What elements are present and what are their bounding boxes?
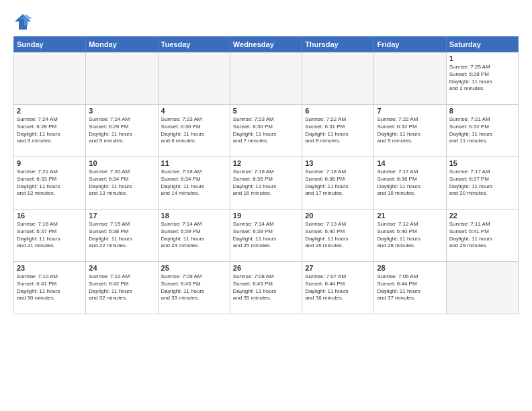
- day-cell: 5Sunrise: 7:23 AM Sunset: 6:30 PM Daylig…: [230, 105, 302, 157]
- day-cell: [14, 52, 86, 105]
- day-number: 2: [17, 107, 83, 115]
- day-cell: 8Sunrise: 7:21 AM Sunset: 6:32 PM Daylig…: [446, 105, 518, 157]
- day-number: 8: [449, 107, 515, 115]
- day-cell: 27Sunrise: 7:07 AM Sunset: 6:44 PM Dayli…: [302, 262, 374, 314]
- weekday-header-tuesday: Tuesday: [158, 37, 230, 52]
- day-cell: [86, 52, 158, 105]
- day-info: Sunrise: 7:21 AM Sunset: 6:33 PM Dayligh…: [17, 169, 83, 197]
- calendar-page: SundayMondayTuesdayWednesdayThursdayFrid…: [0, 0, 532, 411]
- day-number: 7: [377, 107, 443, 115]
- day-number: 5: [233, 107, 299, 115]
- day-info: Sunrise: 7:23 AM Sunset: 6:30 PM Dayligh…: [161, 116, 227, 145]
- day-info: Sunrise: 7:09 AM Sunset: 6:43 PM Dayligh…: [161, 273, 227, 302]
- day-cell: 15Sunrise: 7:17 AM Sunset: 6:37 PM Dayli…: [446, 157, 518, 210]
- day-cell: 1Sunrise: 7:25 AM Sunset: 6:28 PM Daylig…: [446, 52, 518, 105]
- day-cell: [446, 262, 518, 314]
- day-info: Sunrise: 7:23 AM Sunset: 6:30 PM Dayligh…: [233, 116, 299, 145]
- day-info: Sunrise: 7:22 AM Sunset: 6:31 PM Dayligh…: [305, 116, 371, 145]
- day-cell: 28Sunrise: 7:06 AM Sunset: 6:44 PM Dayli…: [374, 262, 446, 314]
- day-number: 24: [89, 264, 154, 272]
- day-cell: 12Sunrise: 7:19 AM Sunset: 6:35 PM Dayli…: [230, 157, 302, 210]
- day-number: 28: [377, 264, 443, 272]
- day-number: 16: [17, 212, 83, 220]
- day-info: Sunrise: 7:12 AM Sunset: 6:40 PM Dayligh…: [377, 221, 443, 250]
- day-cell: 25Sunrise: 7:09 AM Sunset: 6:43 PM Dayli…: [158, 262, 230, 314]
- day-cell: 14Sunrise: 7:17 AM Sunset: 6:36 PM Dayli…: [374, 157, 446, 210]
- day-cell: 24Sunrise: 7:10 AM Sunset: 6:42 PM Dayli…: [86, 262, 158, 314]
- day-info: Sunrise: 7:25 AM Sunset: 6:28 PM Dayligh…: [449, 64, 515, 93]
- day-number: 12: [233, 159, 299, 167]
- week-row-3: 9Sunrise: 7:21 AM Sunset: 6:33 PM Daylig…: [14, 157, 519, 210]
- day-info: Sunrise: 7:07 AM Sunset: 6:44 PM Dayligh…: [305, 273, 371, 302]
- day-number: 23: [17, 264, 83, 272]
- week-row-1: 1Sunrise: 7:25 AM Sunset: 6:28 PM Daylig…: [14, 52, 519, 105]
- day-cell: 9Sunrise: 7:21 AM Sunset: 6:33 PM Daylig…: [14, 157, 86, 210]
- calendar-table: SundayMondayTuesdayWednesdayThursdayFrid…: [13, 36, 519, 314]
- weekday-header-thursday: Thursday: [302, 37, 374, 52]
- day-number: 4: [161, 107, 227, 115]
- weekday-header-friday: Friday: [374, 37, 446, 52]
- day-cell: 17Sunrise: 7:15 AM Sunset: 6:38 PM Dayli…: [86, 210, 158, 262]
- calendar-body: 1Sunrise: 7:25 AM Sunset: 6:28 PM Daylig…: [14, 52, 519, 314]
- week-row-2: 2Sunrise: 7:24 AM Sunset: 6:28 PM Daylig…: [14, 105, 519, 157]
- day-info: Sunrise: 7:13 AM Sunset: 6:40 PM Dayligh…: [305, 221, 371, 250]
- week-row-5: 23Sunrise: 7:10 AM Sunset: 6:41 PM Dayli…: [14, 262, 519, 314]
- calendar-header: SundayMondayTuesdayWednesdayThursdayFrid…: [14, 37, 519, 52]
- day-cell: 4Sunrise: 7:23 AM Sunset: 6:30 PM Daylig…: [158, 105, 230, 157]
- day-number: 3: [89, 107, 154, 115]
- logo-icon: [13, 12, 32, 31]
- day-cell: 2Sunrise: 7:24 AM Sunset: 6:28 PM Daylig…: [14, 105, 86, 157]
- day-info: Sunrise: 7:19 AM Sunset: 6:34 PM Dayligh…: [161, 169, 227, 197]
- day-info: Sunrise: 7:06 AM Sunset: 6:44 PM Dayligh…: [377, 273, 443, 302]
- day-number: 9: [17, 159, 83, 167]
- day-cell: 16Sunrise: 7:16 AM Sunset: 6:37 PM Dayli…: [14, 210, 86, 262]
- day-cell: 6Sunrise: 7:22 AM Sunset: 6:31 PM Daylig…: [302, 105, 374, 157]
- weekday-header-saturday: Saturday: [446, 37, 518, 52]
- day-number: 1: [449, 54, 515, 62]
- day-number: 27: [305, 264, 371, 272]
- day-info: Sunrise: 7:14 AM Sunset: 6:39 PM Dayligh…: [161, 221, 227, 250]
- day-info: Sunrise: 7:21 AM Sunset: 6:32 PM Dayligh…: [449, 116, 515, 145]
- day-cell: [302, 52, 374, 105]
- day-info: Sunrise: 7:08 AM Sunset: 6:43 PM Dayligh…: [233, 273, 299, 302]
- day-info: Sunrise: 7:14 AM Sunset: 6:39 PM Dayligh…: [233, 221, 299, 250]
- day-info: Sunrise: 7:10 AM Sunset: 6:42 PM Dayligh…: [89, 273, 154, 302]
- day-cell: [230, 52, 302, 105]
- day-cell: 19Sunrise: 7:14 AM Sunset: 6:39 PM Dayli…: [230, 210, 302, 262]
- day-info: Sunrise: 7:20 AM Sunset: 6:34 PM Dayligh…: [89, 169, 154, 197]
- day-number: 13: [305, 159, 371, 167]
- day-cell: 3Sunrise: 7:24 AM Sunset: 6:29 PM Daylig…: [86, 105, 158, 157]
- day-info: Sunrise: 7:24 AM Sunset: 6:28 PM Dayligh…: [17, 116, 83, 145]
- day-number: 18: [161, 212, 227, 220]
- weekday-row: SundayMondayTuesdayWednesdayThursdayFrid…: [14, 37, 519, 52]
- day-cell: 18Sunrise: 7:14 AM Sunset: 6:39 PM Dayli…: [158, 210, 230, 262]
- day-cell: 23Sunrise: 7:10 AM Sunset: 6:41 PM Dayli…: [14, 262, 86, 314]
- day-info: Sunrise: 7:24 AM Sunset: 6:29 PM Dayligh…: [89, 116, 154, 145]
- day-number: 11: [161, 159, 227, 167]
- day-number: 20: [305, 212, 371, 220]
- day-number: 26: [233, 264, 299, 272]
- logo: [13, 12, 35, 31]
- day-cell: 21Sunrise: 7:12 AM Sunset: 6:40 PM Dayli…: [374, 210, 446, 262]
- day-cell: 10Sunrise: 7:20 AM Sunset: 6:34 PM Dayli…: [86, 157, 158, 210]
- weekday-header-wednesday: Wednesday: [230, 37, 302, 52]
- day-info: Sunrise: 7:16 AM Sunset: 6:37 PM Dayligh…: [17, 221, 83, 250]
- day-cell: 13Sunrise: 7:18 AM Sunset: 6:36 PM Dayli…: [302, 157, 374, 210]
- day-cell: 26Sunrise: 7:08 AM Sunset: 6:43 PM Dayli…: [230, 262, 302, 314]
- day-info: Sunrise: 7:17 AM Sunset: 6:36 PM Dayligh…: [377, 169, 443, 197]
- day-number: 21: [377, 212, 443, 220]
- day-number: 10: [89, 159, 154, 167]
- day-cell: 22Sunrise: 7:11 AM Sunset: 6:41 PM Dayli…: [446, 210, 518, 262]
- day-info: Sunrise: 7:11 AM Sunset: 6:41 PM Dayligh…: [449, 221, 515, 250]
- day-cell: [158, 52, 230, 105]
- day-info: Sunrise: 7:19 AM Sunset: 6:35 PM Dayligh…: [233, 169, 299, 197]
- day-number: 17: [89, 212, 154, 220]
- day-cell: 20Sunrise: 7:13 AM Sunset: 6:40 PM Dayli…: [302, 210, 374, 262]
- weekday-header-monday: Monday: [86, 37, 158, 52]
- day-cell: [374, 52, 446, 105]
- day-number: 22: [449, 212, 515, 220]
- day-info: Sunrise: 7:10 AM Sunset: 6:41 PM Dayligh…: [17, 273, 83, 302]
- day-cell: 7Sunrise: 7:22 AM Sunset: 6:32 PM Daylig…: [374, 105, 446, 157]
- week-row-4: 16Sunrise: 7:16 AM Sunset: 6:37 PM Dayli…: [14, 210, 519, 262]
- day-info: Sunrise: 7:22 AM Sunset: 6:32 PM Dayligh…: [377, 116, 443, 145]
